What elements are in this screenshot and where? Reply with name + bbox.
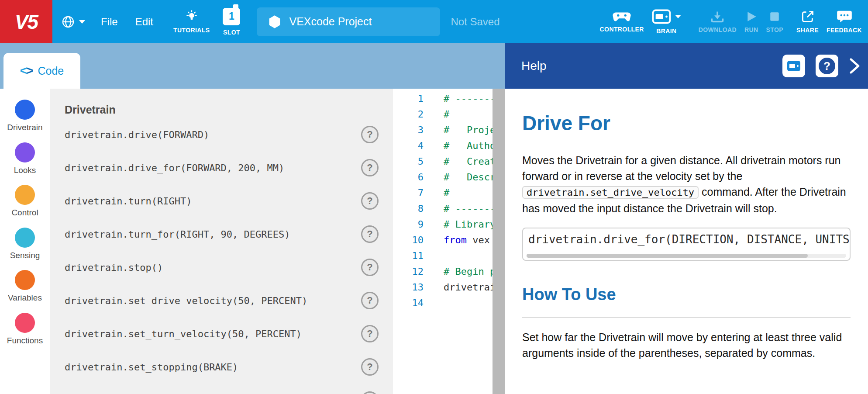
controller-label: CONTROLLER (600, 26, 644, 33)
sidebar-item-functions[interactable]: Functions (0, 313, 50, 346)
stop-label: STOP (766, 26, 783, 33)
category-label: Variables (0, 293, 50, 303)
control-category-icon (15, 185, 35, 205)
run-button[interactable]: RUN (743, 0, 760, 43)
command-row[interactable]: drivetrain.set_drive_velocity(50, PERCEN… (50, 284, 393, 317)
line-number: 7 (393, 185, 424, 201)
help-description: Moves the Drivetrain for a given distanc… (522, 152, 851, 216)
download-button[interactable]: DOWNLOAD (697, 0, 738, 43)
help-content: Drive For Moves the Drivetrain for a giv… (505, 89, 868, 394)
chevron-down-icon (79, 20, 85, 24)
command-row[interactable]: drivetrain.turn(RIGHT)? (50, 184, 393, 218)
controller-icon (612, 11, 631, 22)
slot-label: SLOT (223, 29, 240, 36)
toolbar-spacer (502, 0, 598, 43)
help-panel-header: Help ? (505, 43, 868, 89)
command-text: drivetrain.turn_for(RIGHT, 90, DEGREES) (65, 229, 290, 240)
code-line: 1# ---------- (393, 91, 493, 107)
code-example-box: drivetrain.drive_for(DIRECTION, DISTANCE… (522, 228, 851, 261)
code-line: 7# (393, 185, 493, 201)
functions-category-icon (15, 313, 35, 333)
line-number: 2 (393, 107, 424, 122)
command-row[interactable]: ? (50, 384, 393, 394)
line-number: 3 (393, 122, 424, 138)
category-label: Drivetrain (0, 123, 50, 132)
help-panel: Help ? Drive For Moves the Drivetrain fo… (505, 43, 868, 394)
slot-button[interactable]: 1 SLOT (221, 0, 242, 43)
code-line: 10from vex i (393, 232, 493, 248)
project-name-button[interactable]: VEXcode Project (257, 7, 440, 36)
code-line-text (424, 248, 444, 264)
command-help-button[interactable]: ? (361, 159, 379, 176)
command-text: drivetrain.drive_for(FORWARD, 200, MM) (65, 162, 284, 173)
share-button[interactable]: SHARE (795, 0, 820, 43)
sidebar-item-variables[interactable]: Variables (0, 270, 50, 303)
help-topic-heading: Drive For (522, 111, 851, 135)
code-editor[interactable]: 1# ----------2#3# Proje4# Autho5# Create… (393, 89, 493, 394)
command-help-button[interactable]: ? (361, 292, 379, 309)
vex-logo: V5 (0, 0, 52, 43)
command-help-button[interactable]: ? (361, 126, 379, 143)
line-number: 13 (393, 280, 424, 295)
globe-icon (61, 15, 75, 29)
code-line-text: # ---------- (424, 91, 493, 107)
command-help-button[interactable]: ? (361, 259, 379, 276)
command-row[interactable]: drivetrain.turn_for(RIGHT, 90, DEGREES)? (50, 218, 393, 251)
command-help-button[interactable]: ? (361, 192, 379, 210)
category-label: Control (0, 208, 50, 218)
brain-button[interactable]: BRAIN (650, 0, 683, 43)
code-line: 5# Create (393, 154, 493, 169)
code-line-text: # Proje (424, 122, 493, 138)
command-help-button[interactable]: ? (361, 391, 379, 394)
line-number: 9 (393, 217, 424, 232)
command-row[interactable]: drivetrain.drive_for(FORWARD, 200, MM)? (50, 151, 393, 184)
line-number: 6 (393, 169, 424, 185)
help-brain-button[interactable] (782, 55, 805, 77)
code-line-text (424, 295, 444, 311)
code-line-text: # Autho (424, 138, 493, 154)
code-line-text: # (424, 107, 449, 122)
category-label: Sensing (0, 251, 50, 260)
command-text: drivetrain.stop() (65, 262, 163, 273)
command-help-button[interactable]: ? (361, 225, 379, 243)
code-line: 11 (393, 248, 493, 264)
feedback-bubble-icon (837, 10, 852, 23)
command-help-button[interactable]: ? (361, 358, 379, 376)
menu-file[interactable]: File (95, 0, 124, 43)
tab-code[interactable]: <> Code (3, 53, 80, 89)
line-number: 4 (393, 138, 424, 154)
scrollbar-thumb[interactable] (527, 254, 808, 258)
command-help-button[interactable]: ? (361, 325, 379, 342)
sidebar-item-sensing[interactable]: Sensing (0, 228, 50, 260)
code-line-text: # Descri (424, 169, 493, 185)
command-section-title: Drivetrain (65, 104, 393, 116)
code-example-scrollbar[interactable] (527, 254, 846, 258)
sidebar-item-control[interactable]: Control (0, 185, 50, 218)
inline-code: drivetrain.set_drive_velocity (522, 186, 699, 199)
language-menu-button[interactable] (57, 0, 90, 43)
category-label: Functions (0, 336, 50, 346)
command-text: drivetrain.drive(FORWARD) (65, 129, 209, 140)
command-text: drivetrain.set_drive_velocity(50, PERCEN… (65, 295, 307, 306)
editor-scrollbar[interactable] (493, 89, 505, 394)
lightbulb-icon (185, 10, 198, 23)
command-text: drivetrain.set_turn_velocity(50, PERCENT… (65, 328, 302, 339)
command-list: drivetrain.drive(FORWARD)?drivetrain.dri… (50, 118, 393, 394)
stop-button[interactable]: STOP (765, 0, 785, 43)
code-example-text: drivetrain.drive_for(DIRECTION, DISTANCE… (528, 233, 851, 246)
sidebar-item-looks[interactable]: Looks (0, 142, 50, 175)
command-row[interactable]: drivetrain.drive(FORWARD)? (50, 118, 393, 151)
code-tab-label: Code (38, 65, 64, 77)
tutorials-button[interactable]: TUTORIALS (172, 0, 211, 43)
help-collapse-button[interactable] (848, 56, 861, 76)
command-row[interactable]: drivetrain.set_turn_velocity(50, PERCENT… (50, 317, 393, 350)
share-label: SHARE (796, 27, 819, 34)
menu-edit[interactable]: Edit (129, 0, 159, 43)
code-line-text: # Create (424, 154, 493, 169)
help-question-button[interactable]: ? (816, 55, 838, 77)
command-row[interactable]: drivetrain.set_stopping(BRAKE)? (50, 350, 393, 384)
feedback-button[interactable]: FEEDBACK (825, 0, 864, 43)
command-row[interactable]: drivetrain.stop()? (50, 251, 393, 284)
controller-button[interactable]: CONTROLLER (598, 0, 646, 43)
sidebar-item-drivetrain[interactable]: Drivetrain (0, 100, 50, 132)
